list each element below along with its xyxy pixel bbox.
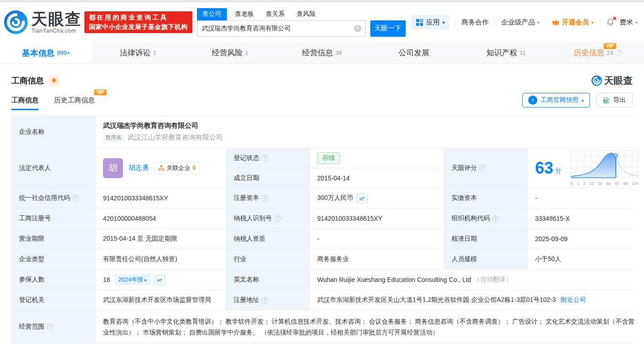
business-term-cell: 2015-04-14 至 无固定期限 [96,229,226,249]
score-distribution-chart[interactable]: 0131550859799100 [570,150,639,186]
subtab-history-registration[interactable]: VIP 历史工商信息 [54,96,95,110]
business-coop-link[interactable]: 商务合作 [462,18,489,27]
tab-count: 1 [153,49,156,56]
insured-trend-chart-icon[interactable] [154,275,165,285]
field-label-english-name: 英文名称 [226,270,310,290]
search-input[interactable] [197,20,366,37]
help-icon[interactable]: ? [274,215,281,222]
help-icon[interactable]: ? [72,195,79,202]
reg-authority-value: 武汉东湖新技术开发区市场监督管理局 [103,296,211,304]
field-label-staff-size: 人员规模 [444,249,527,269]
tab-count: 999+ [57,49,70,56]
help-icon[interactable]: ? [479,165,486,171]
reg-number-cell: 420100000488054 [96,208,226,228]
user-menu[interactable]: 费米 ▾ [619,18,638,27]
notifications-bell-icon[interactable] [606,18,615,27]
business-scope-cell: 教育咨询（不含中小学文化类教育培训）； 教学软件开发； 计算机信息技术开发、技术… [96,310,644,343]
taxpayer-id-cell: 9142010033348615XY [310,208,444,228]
caret-down-icon: ▾ [591,20,594,25]
search-tab-company[interactable]: 查公司 [197,8,227,20]
english-name-cell: Wuhan Ruijie Xueshang Education Consulti… [310,270,644,290]
site-logo[interactable]: 天眼查 TianYanCha.com [4,10,82,34]
label-text: 核准日期 [452,235,477,243]
clear-search-icon[interactable]: × [354,25,361,32]
search-tab-risk[interactable]: 查风险 [297,8,316,20]
official-snapshot-button[interactable]: 工商官网快照 ▸ [522,93,590,107]
help-icon[interactable]: ? [47,324,54,330]
tab-company-development[interactable]: 公司发展 [368,42,460,63]
label-text: 参保人数 [19,276,44,284]
annual-report-badge[interactable]: 2024年报 ▸ [115,274,151,285]
nav-divider [455,19,456,26]
tab-operational-risk[interactable]: 经营风险 1 [184,42,276,63]
former-name: 武汉江山学府教育咨询有限公司 [128,133,223,142]
label-text: 注册地址 [234,296,259,304]
tab-count: 1 [245,49,248,56]
capital-trend-chart-icon[interactable] [357,194,368,203]
legal-rep-avatar[interactable]: 胡 [103,158,123,178]
help-icon[interactable]: ? [261,155,268,161]
field-label-industry: 行业 [226,249,310,269]
open-vip-menu[interactable]: 开通会员 ▾ [552,18,594,27]
credit-code-value: 9142010033348615XY [103,194,168,202]
search-tab-boss[interactable]: 查老板 [235,8,254,20]
label-text: 纳税人资质 [234,235,265,243]
export-button[interactable]: 导出 [596,93,633,107]
vip-badge: VIP [604,43,616,49]
tab-legal-proceedings[interactable]: 法律诉讼 1 [92,42,184,63]
related-companies-badge[interactable]: 关联企业 9 [154,162,200,174]
caret-right-icon: ▸ [145,277,147,282]
auto-translate-note: （自动翻译） [474,276,512,284]
search-button[interactable]: 天眼一下 [370,20,406,37]
field-label-reg-status: 登记状态 ? [226,148,310,168]
label-text: 统一社会信用代码 [19,194,70,202]
caret-right-icon: ▸ [582,98,584,103]
reg-address-value: 武汉市东湖新技术开发区关山大道1号1.2期光谷软件园.企业公馆A2栋1-3层01… [317,296,556,304]
nearby-companies-link[interactable]: 附近公司 [560,296,586,304]
field-label-taxpayer-id: 纳税人识别号 ? [226,208,310,228]
paid-capital-value: - [535,194,537,202]
stamp-icon [528,96,537,105]
snapshot-label: 工商官网快照 [541,96,579,104]
subscribe-bell-icon[interactable] [49,75,59,86]
approval-date-value: 2025-09-09 [535,235,568,242]
est-date-cell: 2015-04-14 [310,168,444,188]
company-section-tabs: 基本信息 999+ 法律诉讼 1 经营风险 1 经营信息 39 公司发展 知识产… [0,42,644,64]
label-text: 行业 [234,255,246,263]
field-label-legal-rep: 法定代表人 [12,148,95,188]
help-icon[interactable]: ? [492,215,499,222]
est-date-value: 2015-04-14 [317,174,350,182]
username: 费米 [619,18,633,27]
subtab-label: 历史工商信息 [54,96,95,104]
caret-down-icon: ▾ [537,20,540,25]
approval-date-cell: 2025-09-09 [528,229,644,249]
field-label-org-code: 组织机构代码 ? [444,208,527,228]
label-text: 天眼评分 [452,164,477,172]
help-icon[interactable]: ? [615,49,622,56]
tab-business-info[interactable]: 经营信息 39 [276,42,368,63]
tab-history-info[interactable]: VIP 历史信息 24 ? [552,42,644,63]
tab-count: 11 [520,49,526,56]
help-icon[interactable]: ? [261,195,268,202]
reg-number-value: 420100000488054 [103,215,156,222]
tab-label: 经营信息 [302,48,333,58]
search-tab-relation[interactable]: 查关系 [266,8,285,20]
site-header: 天眼查 TianYanCha.com 都在用的商业查询工具 国家中小企业发展子基… [0,2,644,42]
score-unit: 分 [555,167,561,175]
label-text: 人员规模 [452,255,477,263]
tab-basic-info[interactable]: 基本信息 999+ [0,42,92,63]
enterprise-products-menu[interactable]: 企业级产品 ▾ [501,18,540,27]
tab-label: 历史信息 [574,48,605,58]
label-text: 经营范围 [19,323,44,331]
legal-rep-name[interactable]: 胡志勇 [128,164,149,172]
tab-label: 基本信息 [22,48,54,58]
reg-capital-cell: 300万人民币 [310,188,444,208]
subtab-business-registration[interactable]: 工商信息 [11,96,39,110]
help-icon[interactable]: ? [261,297,268,304]
tab-intellectual-property[interactable]: 知识产权 11 [460,42,552,63]
company-name[interactable]: 武汉瑞杰学尚教育咨询有限公司 [103,121,198,130]
apps-menu[interactable]: 应用 ▾ [411,15,449,30]
label-text: 工商注册号 [19,214,51,223]
company-type-value: 有限责任公司(自然人独资) [103,255,177,263]
content-area: 工商信息 天眼查 工商信息 VIP 历史工商信息 [0,75,644,344]
